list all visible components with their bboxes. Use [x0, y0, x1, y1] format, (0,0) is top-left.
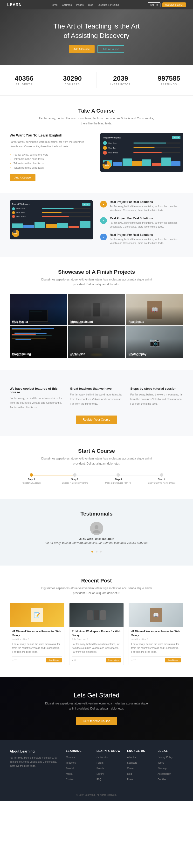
stat-number-students: 40356 [5, 75, 43, 82]
feature-item-2: ▸ Real Project For Real Solutions Far fa… [100, 217, 183, 229]
navbar: LEARN Home Courses Pages Blog Layouts & … [0, 0, 193, 9]
footer-col-title-4: Legal [158, 749, 183, 752]
footer-col-engage: Engage us Advertise Sponsors Career Blog… [127, 749, 153, 782]
features-btn-wrap: Register Your Course [10, 415, 183, 424]
chart-bar-3 [122, 158, 132, 166]
post-footer-3: ♥ 17 Read More [131, 656, 181, 662]
feature-card-1: We have coolest features of this course … [10, 387, 63, 409]
footer-link-career[interactable]: Career [127, 767, 134, 770]
footer-col-learning: Learning Courses Teachers Tutorial Media… [66, 749, 92, 782]
t-dot-1[interactable] [91, 551, 93, 553]
read-more-btn-3[interactable]: Read More [165, 658, 181, 662]
showcase-sublabel-tech: New Course [70, 354, 82, 358]
cs2-dash-title: Project Workspace [12, 203, 30, 205]
feature-title-3: Real Project For Real Solutions [110, 233, 183, 237]
testimonial-text: Far far away, behind the word mountains,… [36, 540, 157, 545]
footer-link-forum[interactable]: Forum [96, 762, 104, 764]
step-3-label: Step 3 [96, 478, 140, 481]
footer-link-advertise[interactable]: Advertise [127, 756, 137, 758]
hero-btn1[interactable]: Add A Course [69, 45, 94, 53]
cs2-progress-circle: 80% [12, 230, 19, 237]
footer-link-sponsors[interactable]: Sponsors [127, 762, 137, 764]
dash-bar-outer-1 [133, 143, 181, 144]
footer-links-4: Privacy Policy Terms Sitemap Accessibili… [158, 755, 183, 781]
nav-pages[interactable]: Pages [76, 3, 83, 6]
take-course-btn[interactable]: Add A Course [10, 174, 35, 181]
signin-button[interactable]: Sign In [148, 2, 160, 7]
progress-text: 80% [105, 164, 109, 166]
chart-bar-4 [132, 161, 141, 166]
chart-bar-5 [142, 159, 151, 166]
get-started-btn[interactable]: Get Started A Course [76, 717, 117, 725]
cs2-bar-outer-3 [42, 216, 90, 217]
showcase-sublabel-photo: New Course [128, 354, 141, 358]
nav-courses[interactable]: Courses [62, 3, 72, 6]
stat-label-courses: Courses [53, 83, 91, 86]
start-course-subtitle: Digissimos asperiores atque velit veniam… [36, 456, 157, 466]
post-p1 [87, 610, 93, 620]
showcase-item-prog[interactable]: Programming New Course [10, 327, 67, 358]
footer-link-sitemap[interactable]: Sitemap [158, 767, 166, 770]
dash-rows: User One User Two User Three [103, 141, 181, 155]
showcase-header: Showcase of A Finish Projects Digissimos… [10, 269, 183, 287]
showcase-section: Showcase of A Finish Projects Digissimos… [0, 257, 193, 370]
post-likes-3: ♥ 17 [131, 659, 136, 661]
footer-link-events[interactable]: Events [96, 767, 104, 770]
t-dot-2[interactable] [96, 551, 98, 553]
nav-home[interactable]: Home [50, 3, 57, 6]
feature-title-2: Real Project For Real Solutions [110, 217, 183, 220]
footer-link-tutorial[interactable]: Tutorial [66, 767, 74, 770]
take-course-left-title: We Want You To Learn English [10, 133, 93, 137]
feature-card-2: Great teachers that we have Far far away… [70, 387, 123, 409]
post-img-2 [70, 603, 124, 627]
feature-icon-3: ▸ [100, 234, 107, 240]
take-course-left: We Want You To Learn English Far far awa… [10, 133, 93, 181]
read-more-btn-2[interactable]: Read More [106, 658, 121, 662]
footer-link-cert[interactable]: Certification [96, 756, 109, 758]
step-3: Step 3 Make Sure Course Plan Fit [96, 473, 140, 484]
start-course-title: Start A Course [10, 448, 183, 454]
hero-btn2[interactable]: Add A Course [98, 45, 124, 53]
features-grid: We have coolest features of this course … [10, 387, 183, 409]
read-more-btn-1[interactable]: Read More [46, 658, 62, 662]
footer-link-library[interactable]: Library [96, 773, 104, 775]
footer-links-3: Advertise Sponsors Career Blog Press [127, 755, 153, 781]
brand-logo[interactable]: LEARN [7, 3, 22, 7]
post-meta-3: Julia Roe · Nov 7 [131, 638, 181, 641]
check-item-4: Taken from the blind texts [10, 165, 93, 170]
footer-link-press[interactable]: Press [127, 778, 133, 781]
post-likes-2: ♥ 17 [72, 659, 76, 661]
footer-link-cookies[interactable]: Cookies [158, 778, 166, 781]
footer-link-access[interactable]: Accessibility [158, 773, 170, 775]
footer-bottom: © 2024 LearnHub. All rights reserved. [10, 790, 183, 796]
footer-desc: Far far away, behind the word mountains,… [10, 756, 61, 768]
step-2-dot [73, 473, 76, 477]
showcase-item-photo[interactable]: 📷 Photography New Course [126, 327, 183, 358]
showcase-item-tech[interactable]: Technician New Course [68, 327, 125, 358]
register-button[interactable]: Register & Enroll [162, 2, 186, 7]
cs2-bar-2 [42, 212, 61, 213]
footer-link-teachers[interactable]: Teachers [66, 762, 76, 764]
footer-link-terms[interactable]: Terms [158, 762, 164, 764]
footer-link-privacy[interactable]: Privacy Policy [158, 756, 172, 758]
feature-card-desc-1: Far far away, behind the word mountains,… [10, 396, 63, 409]
dash-bar-outer-3 [133, 152, 181, 153]
footer-link-contact[interactable]: Contact [66, 778, 74, 781]
footer-col-title-1: Learning [66, 749, 92, 752]
nav-layouts[interactable]: Layouts & Plugins [98, 3, 119, 6]
nav-blog[interactable]: Blog [88, 3, 93, 6]
dash-text-2: User Two [108, 147, 132, 149]
footer-link-faq[interactable]: FAQ [96, 778, 101, 781]
showcase-item-web[interactable]: Web Master New Course [10, 294, 67, 326]
post-author-1: Julia Roe [12, 638, 22, 641]
footer-link-courses[interactable]: Courses [66, 756, 75, 758]
showcase-item-va[interactable]: Virtual Assistant New Course [68, 294, 125, 326]
showcase-item-re[interactable]: 📖 Real Estate New Course [126, 294, 183, 326]
step-1-desc: Register An Account [10, 482, 53, 484]
footer-link-blog[interactable]: Blog [127, 773, 132, 775]
features-btn[interactable]: Register Your Course [76, 415, 117, 424]
recent-post-header: Recent Post Digissimos asperiores atque … [10, 578, 183, 596]
step-2-label: Step 2 [53, 478, 96, 481]
footer-link-media[interactable]: Media [66, 773, 72, 775]
t-dot-3[interactable] [100, 551, 102, 553]
